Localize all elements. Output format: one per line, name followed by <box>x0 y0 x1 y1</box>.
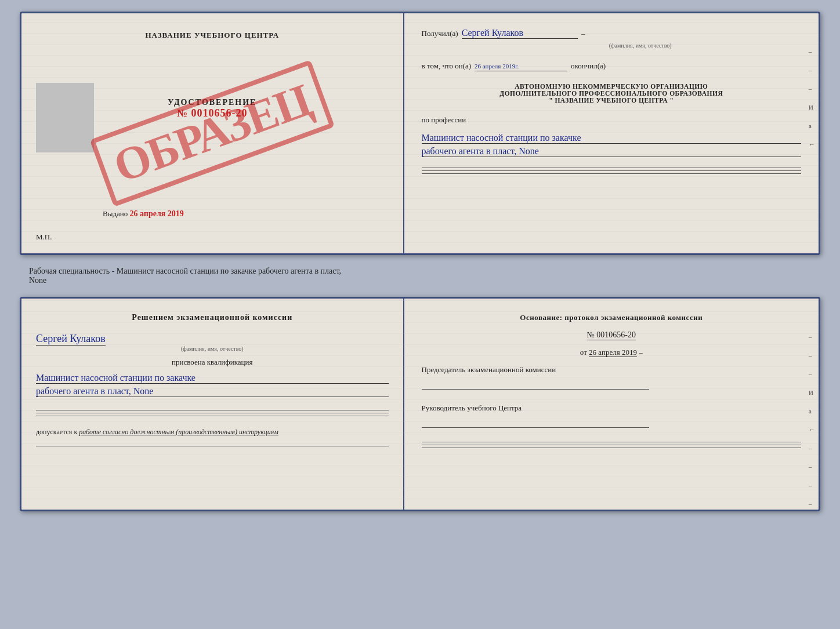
osnovaniye-label: Основание: протокол экзаменационной коми… <box>422 313 801 322</box>
mark-i: И <box>809 104 815 111</box>
prisvoena-label: присвоена квалификация <box>36 358 389 367</box>
poluchil-row: Получил(а) Сергей Кулаков – <box>422 28 801 39</box>
udostoverenie-number: № 0010656-20 <box>168 107 256 119</box>
top-document: НАЗВАНИЕ УЧЕБНОГО ЦЕНТРА ОБРАЗЕЦ УДОСТОВ… <box>20 12 820 255</box>
komissia-title: Решением экзаменационной комиссии <box>36 313 389 322</box>
vtom-label: в том, что он(а) <box>422 61 472 71</box>
between-text2: None <box>29 276 341 285</box>
mark-a-b: а <box>809 408 815 415</box>
photo-placeholder <box>36 83 94 152</box>
sep-line-r1 <box>422 442 801 442</box>
right-side-marks: – – – И а ← <box>809 48 815 148</box>
bottom-profession-line1: Машинист насосной станции по закачке <box>36 373 389 384</box>
profession-line1: Машинист насосной станции по закачке <box>422 133 801 144</box>
dopuskaetsya-row: допускается к работе согласно должностны… <box>36 428 389 437</box>
sep-line-b1 <box>36 410 389 410</box>
okonchil-label: окончил(а) <box>571 61 606 71</box>
bottom-right-side-marks: – – – И а ← – – – – <box>809 333 815 507</box>
profession-block: Машинист насосной станции по закачке раб… <box>422 133 801 159</box>
vydano-date: 26 апреля 2019 <box>130 209 184 218</box>
dash-protocol: – <box>639 348 643 357</box>
predsedatel-line <box>422 379 650 390</box>
poluchil-label: Получил(а) <box>422 29 458 38</box>
dash1: – <box>581 29 585 38</box>
dopuskaetsya-italic-text: работе согласно должностным (производств… <box>79 428 278 436</box>
rukovoditel-label: Руководитель учебного Центра <box>422 403 801 413</box>
mp-line: М.П. <box>36 232 52 242</box>
vydano-label: Выдано <box>103 209 128 218</box>
predsedatel-label: Председатель экзаменационной комиссии <box>422 365 801 375</box>
sep-line-r2 <box>422 445 801 445</box>
sep-line-2 <box>422 170 801 171</box>
org-line3: " НАЗВАНИЕ УЧЕБНОГО ЦЕНТРА " <box>422 97 801 104</box>
mark-i-b: И <box>809 389 815 396</box>
familiya-label-top: (фамилия, имя, отчество) <box>480 42 801 49</box>
sep-line-1 <box>422 168 801 168</box>
udostoverenie-label: УДОСТОВЕРЕНИЕ <box>168 98 256 107</box>
komissia-name: Сергей Кулаков <box>36 333 106 346</box>
bottom-document: Решением экзаменационной комиссии Сергей… <box>20 297 820 511</box>
protocol-number: № 0010656-20 <box>422 330 801 340</box>
separator-lines-top <box>422 168 801 174</box>
bottom-profession-block: Машинист насосной станции по закачке раб… <box>36 373 389 399</box>
vtom-date: 26 апреля 2019г. <box>475 63 567 71</box>
between-label: Рабочая специальность - Машинист насосно… <box>12 267 341 285</box>
mark-arrow-b: ← <box>809 426 815 433</box>
between-text: Рабочая специальность - Машинист насосно… <box>29 267 341 276</box>
sep-line-b3 <box>36 416 389 416</box>
separator-lines-bottom-left <box>36 410 389 416</box>
udostoverenie-block: УДОСТОВЕРЕНИЕ № 0010656-20 <box>168 98 256 119</box>
komissia-familiya-label: (фамилия, имя, отчество) <box>36 346 389 352</box>
rukovoditel-line <box>422 417 650 428</box>
predsedatel-block: Председатель экзаменационной комиссии <box>422 365 801 390</box>
dopuskaetsya-label: допускается к <box>36 428 77 436</box>
org-line1: АВТОНОМНУЮ НЕКОММЕРЧЕСКУЮ ОРГАНИЗАЦИЮ <box>422 83 801 90</box>
separator-lines-bottom-right <box>422 442 801 448</box>
top-left-panel: НАЗВАНИЕ УЧЕБНОГО ЦЕНТРА ОБРАЗЕЦ УДОСТОВ… <box>21 13 404 253</box>
bottom-profession-line2: рабочего агента в пласт, None <box>36 386 389 397</box>
sep-line-b4 <box>36 446 389 446</box>
top-doc-title: НАЗВАНИЕ УЧЕБНОГО ЦЕНТРА <box>145 31 279 40</box>
protocol-date: от 26 апреля 2019 – <box>422 348 801 357</box>
sep-line-r3 <box>422 448 801 448</box>
profession-line2: рабочего агента в пласт, None <box>422 146 801 157</box>
komissia-name-block: Сергей Кулаков (фамилия, имя, отчество) <box>36 333 389 352</box>
bottom-left-panel: Решением экзаменационной комиссии Сергей… <box>21 299 404 510</box>
mark-arrow: ← <box>809 141 815 148</box>
stamp-overlay: ОБРАЗЕЦ <box>89 60 335 207</box>
sep-line-3 <box>422 173 801 174</box>
mark-a: а <box>809 122 815 129</box>
poluchil-name: Сергей Кулаков <box>462 28 578 39</box>
bottom-right-panel: – – – И а ← – – – – Основание: протокол … <box>404 299 819 510</box>
ot-label: от <box>580 348 587 357</box>
vtom-row: в том, что он(а) 26 апреля 2019г. окончи… <box>422 61 801 71</box>
sep-line-b2 <box>36 413 389 413</box>
org-block: АВТОНОМНУЮ НЕКОММЕРЧЕСКУЮ ОРГАНИЗАЦИЮ ДО… <box>422 83 801 104</box>
po-professii-label: по профессии <box>422 115 801 125</box>
vydano-line: Выдано 26 апреля 2019 <box>103 209 184 219</box>
rukovoditel-block: Руководитель учебного Центра <box>422 403 801 428</box>
ot-date: 26 апреля 2019 <box>589 348 637 357</box>
top-right-panel: – – – И а ← Получил(а) Сергей Кулаков – … <box>404 13 819 253</box>
separator-lines-bottom-left2 <box>36 446 389 446</box>
org-line2: ДОПОЛНИТЕЛЬНОГО ПРОФЕССИОНАЛЬНОГО ОБРАЗО… <box>422 90 801 97</box>
